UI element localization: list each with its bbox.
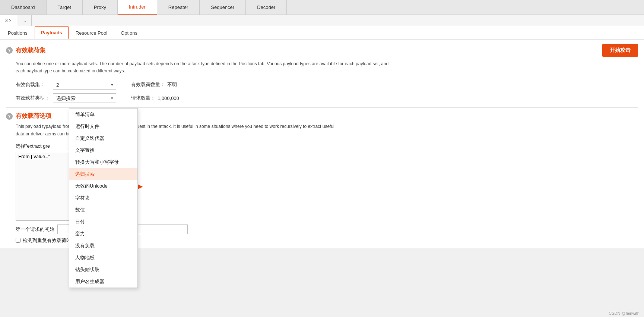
dropdown-item-recursive-grep[interactable]: 递归搜索	[69, 168, 137, 180]
payload-options-desc1: This payload ty	[16, 124, 46, 129]
payload-type-label: 有效载荷类型：	[16, 95, 53, 101]
dropdown-item-custom-iterator[interactable]: 自定义迭代器	[69, 132, 137, 144]
dropdown-item-runtime-file[interactable]: 运行时文件	[69, 120, 137, 132]
dropdown-item-numbers[interactable]: 数值	[69, 204, 137, 216]
dropdown-item-invalid-unicode[interactable]: 无效的Unicode	[69, 180, 137, 192]
payload-set-select-wrapper: 2	[53, 80, 116, 90]
payloads-section-title: 有效载荷集	[16, 47, 45, 54]
nav-target[interactable]: Target	[47, 0, 83, 15]
tab-row: 3 × ...	[0, 15, 644, 26]
payloads-title-area: ? 有效载荷集	[6, 47, 45, 54]
request-count-label: 请求数量：	[131, 95, 155, 101]
payload-type-dropdown[interactable]: 简单清单 运行时文件 自定义迭代器 文字置换 转换大写和小写字母 递归搜索 无效…	[69, 108, 138, 248]
dropdown-item-no-payload[interactable]: 没有负载	[69, 240, 137, 248]
nav-decoder[interactable]: Decoder	[246, 0, 287, 15]
payload-options-desc3: data or deliver a	[16, 131, 48, 136]
payload-type-row: 有效载荷类型： 递归搜索 请求数量： 1,000,000	[16, 93, 638, 103]
payload-set-row: 有效负载集： 2 有效载荷数量： 不明	[16, 80, 638, 90]
main-content: ? 有效载荷集 开始攻击 You can define one or more …	[0, 40, 644, 248]
nav-intruder[interactable]: Intruder	[118, 0, 157, 15]
dropdown-item-dates[interactable]: 日付	[69, 216, 137, 228]
dropdown-item-text-replace[interactable]: 文字置换	[69, 144, 137, 156]
stop-on-duplicate-checkbox[interactable]	[16, 238, 20, 243]
dropdown-item-char-block[interactable]: 字符块	[69, 192, 137, 204]
tab-options[interactable]: Options	[114, 26, 144, 39]
payload-options-title: 有效载荷选项	[16, 112, 51, 120]
tab-payloads[interactable]: Payloads	[35, 26, 69, 39]
nav-proxy[interactable]: Proxy	[83, 0, 118, 15]
start-attack-button[interactable]: 开始攻击	[602, 44, 638, 57]
first-request-label: 第一个请求的初始	[16, 226, 54, 233]
dropdown-item-simple-list[interactable]: 简单清单	[69, 109, 137, 120]
tab-positions[interactable]: Positions	[1, 26, 34, 39]
payloads-description: You can define one or more payload sets.…	[16, 60, 638, 75]
extract-arrow-icon: ▶	[137, 182, 143, 191]
payloads-section-header: ? 有效载荷集 开始攻击	[6, 44, 638, 57]
tab-more[interactable]: ...	[17, 15, 32, 26]
nav-repeater[interactable]: Repeater	[157, 0, 200, 15]
payload-count-group: 有效载荷数量： 不明	[131, 81, 177, 88]
request-count-group: 请求数量： 1,000,000	[131, 95, 179, 101]
nav-dashboard[interactable]: Dashboard	[0, 0, 47, 15]
request-count-value: 1,000,000	[158, 95, 179, 101]
tab-3[interactable]: 3 ×	[0, 15, 17, 26]
payload-count-value: 不明	[167, 81, 177, 88]
payloads-help-icon[interactable]: ?	[6, 47, 13, 54]
payload-count-label: 有效载荷数量：	[131, 81, 165, 88]
payload-set-select[interactable]: 2	[53, 80, 116, 90]
payload-type-select[interactable]: 递归搜索	[53, 93, 116, 103]
dropdown-item-case-change[interactable]: 转换大写和小写字母	[69, 156, 137, 168]
sub-tabs: Positions Payloads Resource Pool Options	[0, 26, 644, 40]
nav-sequencer[interactable]: Sequencer	[200, 0, 246, 15]
payload-set-label: 有效负载集：	[16, 81, 53, 88]
tab-resource-pool[interactable]: Resource Pool	[69, 26, 114, 39]
top-navigation: Dashboard Target Proxy Intruder Repeater…	[0, 0, 644, 15]
dropdown-item-brute-force[interactable]: 蛮力	[69, 228, 137, 240]
payload-type-select-wrapper: 递归搜索	[53, 93, 116, 103]
payload-options-help-icon[interactable]: ?	[6, 113, 13, 120]
